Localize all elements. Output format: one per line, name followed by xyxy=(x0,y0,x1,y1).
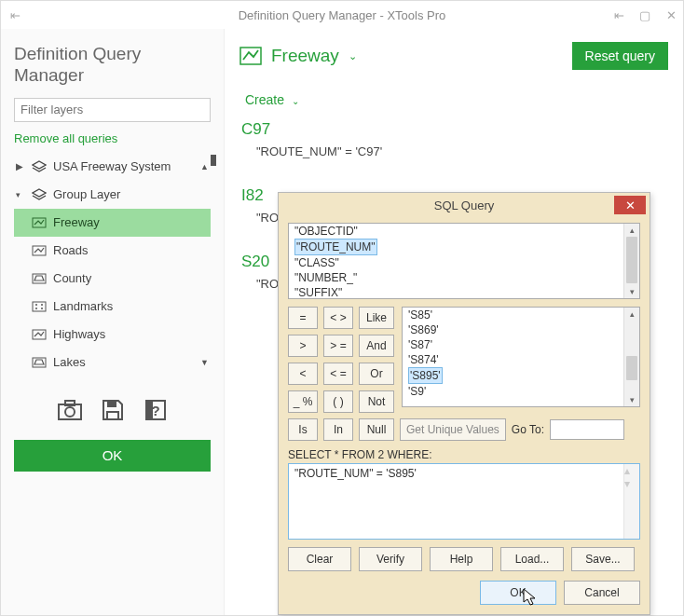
save-icon[interactable] xyxy=(100,397,126,423)
reset-query-button[interactable]: Reset query xyxy=(572,42,668,70)
scrollbar[interactable]: ▴▾ xyxy=(623,308,639,406)
op-null-button[interactable]: Null xyxy=(359,418,394,441)
op-like-button[interactable]: Like xyxy=(359,307,394,329)
op-gt-button[interactable]: > xyxy=(288,335,318,357)
tree-scrollbar[interactable] xyxy=(211,155,216,166)
tree-item-roads[interactable]: Roads xyxy=(14,237,211,265)
tree-item-freeway[interactable]: Freeway xyxy=(14,209,211,237)
load-button[interactable]: Load... xyxy=(500,547,564,571)
op-not-button[interactable]: Not xyxy=(359,390,394,413)
value-item[interactable]: 'S874' xyxy=(403,352,639,367)
polyline-icon xyxy=(239,47,262,65)
tree-item-landmarks[interactable]: Landmarks xyxy=(14,293,211,321)
svg-rect-18 xyxy=(240,48,261,64)
svg-rect-14 xyxy=(107,412,118,419)
svg-point-6 xyxy=(35,308,37,309)
get-unique-values-button[interactable]: Get Unique Values xyxy=(400,418,506,441)
value-item[interactable]: 'S87' xyxy=(403,337,639,352)
save-button[interactable]: Save... xyxy=(571,547,635,571)
tree-item-label: Freeway xyxy=(53,215,100,229)
value-item[interactable]: 'S85' xyxy=(403,308,639,322)
dialog-ok-button[interactable]: OK xyxy=(480,581,556,605)
create-dropdown[interactable]: Create ⌄ xyxy=(245,92,668,107)
tree-item-highways[interactable]: Highways xyxy=(14,321,211,349)
value-item[interactable]: 'S869' xyxy=(403,322,639,337)
op-wild-button[interactable]: _ % xyxy=(288,390,318,413)
titlebar-back-icon[interactable]: ⇤ xyxy=(8,1,21,29)
tree-item-group-layer[interactable]: ▾ Group Layer xyxy=(14,181,211,209)
titlebar-pin-icon[interactable]: ⇤ xyxy=(612,8,625,22)
op-equals-button[interactable]: = xyxy=(288,307,318,329)
value-item[interactable]: 'S9' xyxy=(403,384,639,399)
op-is-button[interactable]: Is xyxy=(288,418,318,441)
layer-dropdown[interactable]: Freeway ⌄ xyxy=(239,46,357,66)
collapse-icon[interactable]: ▾ xyxy=(16,190,25,199)
window-title: Definition Query Manager - XTools Pro xyxy=(239,8,446,22)
tree-item-lakes[interactable]: Lakes ▼ xyxy=(14,349,211,376)
field-item[interactable]: "ROUTE_NUM" xyxy=(289,239,639,255)
op-lte-button[interactable]: < = xyxy=(323,363,353,385)
op-or-button[interactable]: Or xyxy=(359,363,394,385)
op-lt-button[interactable]: < xyxy=(288,363,318,385)
field-item[interactable]: "OBJECTID" xyxy=(289,224,639,239)
op-gte-button[interactable]: > = xyxy=(323,335,353,357)
op-in-button[interactable]: In xyxy=(323,418,353,441)
tree-item-label: Landmarks xyxy=(53,299,113,313)
help-button[interactable]: Help xyxy=(430,547,493,571)
verify-button[interactable]: Verify xyxy=(359,547,422,571)
chevron-down-icon: ⌄ xyxy=(292,96,299,106)
svg-rect-3 xyxy=(33,302,46,311)
op-notequal-button[interactable]: < > xyxy=(323,307,353,329)
svg-rect-1 xyxy=(33,246,46,255)
field-item[interactable]: "CLASS" xyxy=(289,255,639,270)
scrollbar[interactable]: ▴▾ xyxy=(623,464,639,539)
layer-name: Freeway xyxy=(271,46,339,66)
query-name: C97 xyxy=(241,120,668,139)
tree-item-usa-freeway-system[interactable]: ▶ USA Freeway System ▲ xyxy=(14,153,211,181)
tree-item-label: County xyxy=(53,271,91,285)
tree-item-label: Group Layer xyxy=(53,187,120,201)
titlebar-maximize-icon[interactable]: ▢ xyxy=(638,8,651,22)
field-item[interactable]: "NUMBER_" xyxy=(289,270,639,285)
expand-icon[interactable]: ▶ xyxy=(16,161,25,171)
sidebar-toolbar: ? xyxy=(14,397,211,423)
tree-item-label: Roads xyxy=(53,243,89,257)
filter-layers-input[interactable] xyxy=(14,98,211,122)
sidebar-ok-button[interactable]: OK xyxy=(14,440,211,472)
polyline-icon xyxy=(31,244,48,257)
value-item[interactable]: 'S895' xyxy=(403,367,639,384)
op-paren-button[interactable]: ( ) xyxy=(323,390,353,413)
tree-item-county[interactable]: County xyxy=(14,265,211,293)
dialog-cancel-button[interactable]: Cancel xyxy=(564,581,640,605)
titlebar-close-icon[interactable]: ✕ xyxy=(664,8,677,22)
fields-listbox[interactable]: "OBJECTID" "ROUTE_NUM" "CLASS" "NUMBER_"… xyxy=(288,223,640,299)
query-expression: "ROUTE_NUM" = 'C97' xyxy=(241,144,668,158)
sidebar: Definition Query Manager Remove all quer… xyxy=(1,29,225,615)
op-and-button[interactable]: And xyxy=(359,335,394,357)
query-block[interactable]: C97 "ROUTE_NUM" = 'C97' xyxy=(241,120,668,158)
field-item[interactable]: "SUFFIX" xyxy=(289,285,639,299)
clear-button[interactable]: Clear xyxy=(288,547,351,571)
svg-rect-13 xyxy=(107,401,116,407)
where-text: "ROUTE_NUM" = 'S895' xyxy=(294,467,417,480)
remove-all-queries-link[interactable]: Remove all queries xyxy=(14,131,211,145)
app-window: ⇤ Definition Query Manager - XTools Pro … xyxy=(0,0,684,616)
svg-point-12 xyxy=(65,407,75,417)
arrow-up-icon[interactable]: ▲ xyxy=(200,162,209,171)
camera-icon[interactable] xyxy=(57,397,83,423)
scrollbar[interactable]: ▴▾ xyxy=(623,224,639,298)
sidebar-heading: Definition Query Manager xyxy=(14,44,211,87)
where-textarea[interactable]: "ROUTE_NUM" = 'S895' ▴▾ xyxy=(288,463,640,540)
polyline-icon xyxy=(31,216,48,229)
titlebar: ⇤ Definition Query Manager - XTools Pro … xyxy=(1,1,683,29)
help-icon[interactable]: ? xyxy=(143,397,169,423)
arrow-down-icon[interactable]: ▼ xyxy=(200,358,209,367)
tree-item-label: Lakes xyxy=(53,355,86,369)
create-label: Create xyxy=(245,92,284,107)
goto-input[interactable] xyxy=(550,419,624,440)
layers-icon xyxy=(31,160,48,173)
dialog-title: SQL Query ✕ xyxy=(279,193,650,217)
values-listbox[interactable]: 'S85' 'S869' 'S87' 'S874' 'S895' 'S9' ▴▾ xyxy=(402,307,640,407)
dialog-close-button[interactable]: ✕ xyxy=(614,196,646,214)
svg-rect-0 xyxy=(33,218,46,227)
